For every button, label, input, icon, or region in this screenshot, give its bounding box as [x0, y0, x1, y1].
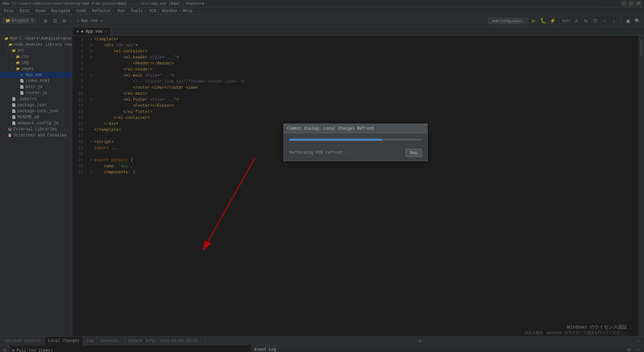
update-info-label: Update Info: 2019/09/04 15:25 — [128, 339, 198, 343]
coverage-button[interactable]: ⚡ — [549, 17, 557, 25]
menu-code[interactable]: Code — [74, 8, 89, 14]
tree-item-routerjs[interactable]: 📄 router.js — [0, 90, 72, 96]
minimize-button[interactable]: ─ — [621, 1, 627, 6]
tree-item-css[interactable]: ▸ 📁 css — [0, 54, 72, 60]
project-tree[interactable]: ▾ 📁 RQW C:\Users\Administrator\Desktop\ … — [0, 36, 72, 336]
tab-console[interactable]: Console ✕ — [97, 337, 124, 345]
event-log-header: Event Log ⚙ ─ — [252, 345, 644, 352]
tree-item-mainjs[interactable]: 📄 main.js — [0, 84, 72, 90]
tab-update-info[interactable]: Update Info: 2019/09/04 15:25 ✕ — [125, 337, 205, 345]
code-line-14: </el-container> — [88, 115, 636, 121]
modal-skip-button[interactable]: Skip — [406, 149, 422, 157]
git-label: Git: — [562, 19, 571, 23]
add-configuration-button[interactable]: Add Configuration... — [488, 18, 528, 24]
tree-item-scratches[interactable]: ▸ 📋 Scratches and Consoles — [0, 132, 72, 138]
tree-item-pages[interactable]: ▾ 📁 pages — [0, 66, 72, 72]
config-icon[interactable]: ⚙ — [61, 17, 69, 25]
menu-navigate[interactable]: Navigate — [48, 8, 73, 14]
gutter-4: ⊟ — [88, 54, 94, 60]
tree-item-node-modules[interactable]: ▸ 📁 node_modules library root — [0, 42, 72, 48]
search-icon[interactable]: 🔍 — [633, 17, 641, 25]
bottom-panel-minimize-icon[interactable]: ─ — [635, 338, 643, 344]
git-update-icon[interactable]: ↻ — [582, 17, 590, 25]
menu-window[interactable]: Window — [160, 8, 179, 14]
modal-footer: Performing VCS refresh... Skip — [284, 149, 427, 161]
tab-vue-icon: ◆ — [76, 29, 79, 34]
code-editor[interactable]: 12345 678910 1112131415 1617181920 21222… — [72, 36, 639, 336]
menu-edit[interactable]: Edit — [17, 8, 32, 14]
tree-item-indexhtml[interactable]: 📄 index.html — [0, 78, 72, 84]
vc-pull-section: ⊞ Pull (no items) — [12, 347, 249, 352]
git-clock-icon[interactable]: ⏱ — [591, 17, 599, 25]
run-button[interactable]: ▶ — [530, 17, 538, 25]
arrow-right-icon: ▸ — [9, 54, 14, 59]
commit-dialog[interactable]: Commit dialog: Local Changes Refresh Per… — [283, 124, 428, 161]
database-tab[interactable]: Database — [639, 37, 644, 58]
modal-title-text: Commit dialog: Local Changes Refresh — [287, 126, 374, 131]
menu-refactor[interactable]: Refactor — [90, 8, 114, 14]
gutter-1: ⊞ — [88, 36, 94, 42]
git-push-icon[interactable]: ↑ — [601, 17, 609, 25]
vc-content: ⊞ Pull (no items) script — [9, 345, 251, 352]
gutter-2: ⊞ — [88, 42, 94, 48]
tree-label: Scratches and Consoles — [13, 133, 66, 138]
tree-label: router.js — [25, 91, 47, 95]
run-config-area: Add Configuration... ▶ 🐛 ⚡ Git: ✓ ↻ ⏱ ↑ … — [488, 17, 641, 25]
spacer-icon — [5, 121, 10, 126]
bottom-content: ↻ + ↩ ≡ ⚙ + ✕ ⊞ Pull (no items) script E… — [0, 345, 644, 352]
right-sidebar: Database — [639, 36, 644, 336]
console-close-icon[interactable]: ✕ — [119, 339, 121, 343]
tree-item-babelrc[interactable]: 📄 .babelrc — [0, 96, 72, 102]
close-button[interactable]: ✕ — [636, 1, 641, 6]
git-pull-icon[interactable]: ↓ — [610, 17, 618, 25]
maximize-button[interactable]: □ — [629, 1, 634, 6]
settings-icon[interactable]: ⚙ — [42, 17, 50, 25]
toolbar-separator — [39, 17, 39, 25]
tab-close-icon[interactable]: ✕ — [105, 30, 107, 34]
tree-item-rqw[interactable]: ▾ 📁 RQW C:\Users\Administrator\Desktop\ — [0, 36, 72, 42]
tree-item-packagelockjson[interactable]: 📄 package-lock.json — [0, 108, 72, 114]
event-log-close-icon[interactable]: ─ — [634, 346, 641, 352]
tab-version-control[interactable]: Version Control — [1, 337, 45, 345]
local-changes-label: Local Changes — [48, 339, 79, 343]
arrow-down-icon: ▾ — [1, 36, 3, 41]
menu-vcs[interactable]: VCS — [146, 8, 159, 14]
tree-item-webpackconfig[interactable]: 📄 webpack.config.js — [0, 120, 72, 126]
vc-refresh-icon[interactable]: ↻ — [1, 347, 8, 352]
menu-run[interactable]: Run — [115, 8, 127, 14]
layout-icon[interactable]: ☰ — [51, 17, 59, 25]
menu-file[interactable]: File — [1, 8, 16, 14]
json-file-icon: 📄 — [11, 103, 16, 107]
tree-item-img[interactable]: ▸ 📁 img — [0, 60, 72, 66]
bottom-panel-settings-icon[interactable]: ⚙ — [416, 338, 424, 344]
code-line-11: ⊟ <el-footer style="..."> — [88, 97, 636, 103]
tree-item-packagejson[interactable]: 📄 package.json — [0, 102, 72, 108]
event-log-settings-icon[interactable]: ⚙ — [625, 346, 633, 352]
menu-view[interactable]: View — [33, 8, 48, 14]
spacer-icon — [5, 103, 10, 107]
tree-label: webpack.config.js — [17, 121, 58, 126]
vc-panel: ↻ + ↩ ≡ ⚙ + ✕ ⊞ Pull (no items) script — [0, 345, 252, 352]
menu-tools[interactable]: Tools — [128, 8, 146, 14]
tree-item-readmemd[interactable]: 📄 README.md — [0, 114, 72, 120]
update-close-icon[interactable]: ✕ — [200, 339, 202, 343]
debug-button[interactable]: 🐛 — [539, 17, 547, 25]
html-file-icon: 📄 — [19, 79, 24, 83]
folder-icon: 📁 — [15, 67, 20, 71]
tree-label: index.html — [25, 79, 50, 83]
tree-item-src[interactable]: ▾ 📁 src — [0, 48, 72, 54]
code-line-4: ⊟ <el-header style="..."> — [88, 54, 636, 60]
tree-item-external-libs[interactable]: ▸ 📚 External Libraries — [0, 126, 72, 132]
breadcrumb-appvue: App.vue ✕ — [81, 18, 103, 23]
tree-item-appvue[interactable]: ◆ App.vue — [0, 72, 72, 78]
tab-log[interactable]: Log — [83, 337, 98, 345]
project-dropdown[interactable]: 📁 Project ▾ — [3, 17, 36, 24]
tab-appvue[interactable]: ◆ ● App.vue ✕ — [72, 27, 111, 35]
terminal-icon[interactable]: ▣ — [624, 17, 632, 25]
git-check-icon[interactable]: ✓ — [573, 17, 581, 25]
menu-help[interactable]: Help — [180, 8, 195, 14]
tab-local-changes[interactable]: Local Changes — [45, 337, 83, 345]
spacer-icon — [13, 73, 18, 77]
js-file-icon: 📄 — [11, 121, 16, 126]
tree-label: src — [17, 48, 25, 53]
